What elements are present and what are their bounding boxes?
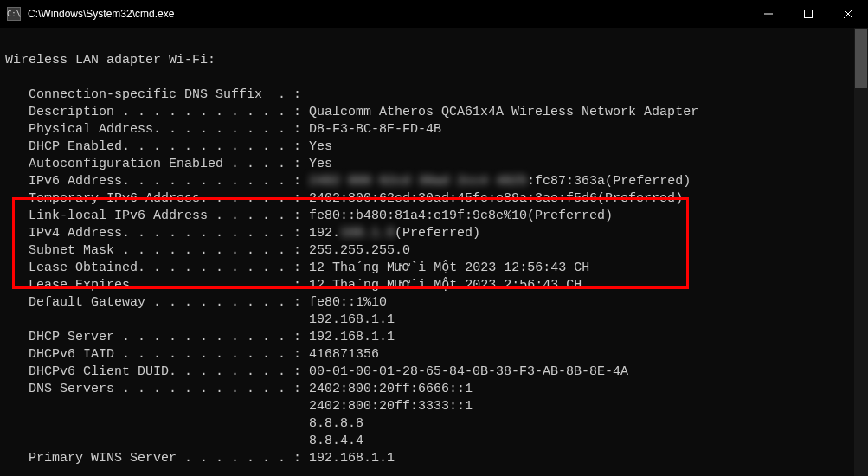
titlebar[interactable]: C:\ C:\Windows\System32\cmd.exe bbox=[0, 0, 868, 28]
close-button[interactable] bbox=[828, 0, 868, 28]
scrollbar-thumb[interactable] bbox=[855, 29, 867, 88]
window-title: C:\Windows\System32\cmd.exe bbox=[28, 8, 174, 20]
svg-rect-1 bbox=[805, 10, 813, 18]
cmd-icon: C:\ bbox=[7, 7, 21, 21]
scrollbar-track[interactable] bbox=[854, 28, 868, 476]
maximize-button[interactable] bbox=[788, 0, 828, 28]
window-controls bbox=[749, 0, 868, 28]
terminal-client-area[interactable]: Wireless LAN adapter Wi-Fi: Connection-s… bbox=[0, 28, 868, 476]
terminal-output: Wireless LAN adapter Wi-Fi: Connection-s… bbox=[5, 35, 868, 467]
minimize-button[interactable] bbox=[749, 0, 788, 28]
cmd-window: C:\ C:\Windows\System32\cmd.exe Wireless… bbox=[0, 0, 868, 476]
